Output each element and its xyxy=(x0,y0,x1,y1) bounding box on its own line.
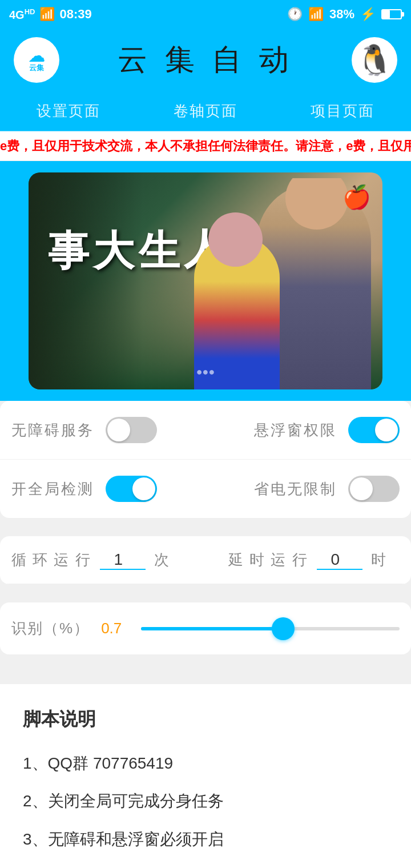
recognition-fill xyxy=(141,627,283,630)
power-save-label: 省电无限制 xyxy=(254,479,337,499)
delay-input[interactable] xyxy=(317,550,362,570)
marquee-bar: e费，且仅用于技术交流，本人不承担任何法律责任。请注意，e费，且仅用于技术交流，… xyxy=(0,131,411,161)
toggle-row-1: 无障碍服务 悬浮窗权限 xyxy=(0,401,411,460)
slide-indicator: ●●● xyxy=(196,366,215,378)
loop-label: 循 环 运 行 xyxy=(11,550,91,570)
slider-section: 识别（%） 0.7 xyxy=(0,602,411,654)
status-bar: 4GHD 📶 08:39 🕐 📶 38% ⚡ xyxy=(0,0,411,29)
desc-title: 脚本说明 xyxy=(23,707,388,732)
signal-bars-icon: 📶 xyxy=(39,7,55,22)
app-header: ☁ 云集 云 集 自 动 🐧 xyxy=(0,29,411,91)
status-right: 🕐 📶 38% ⚡ xyxy=(287,7,402,22)
status-left: 4GHD 📶 08:39 xyxy=(9,7,92,22)
accessibility-switch[interactable] xyxy=(106,417,157,443)
delay-unit: 时 xyxy=(371,550,386,570)
divider-2 xyxy=(0,593,411,602)
tab-scroll[interactable]: 卷轴页面 xyxy=(162,97,249,126)
marquee-text: e费，且仅用于技术交流，本人不承担任何法律责任。请注意，e费，且仅用于技术交流，… xyxy=(0,138,411,155)
accessibility-knob xyxy=(107,419,130,441)
accessibility-label: 无障碍服务 xyxy=(11,420,94,440)
recognition-track[interactable] xyxy=(141,627,400,630)
user-avatar[interactable]: 🐧 xyxy=(352,37,397,83)
recognition-label: 识别（%） xyxy=(11,618,90,638)
floating-label: 悬浮窗权限 xyxy=(254,420,337,440)
app-logo: ☁ 云集 xyxy=(14,37,59,83)
global-detect-group: 开全局检测 xyxy=(11,476,157,502)
page-title: 云 集 自 动 xyxy=(118,40,293,80)
logo-text: 云集 xyxy=(29,63,44,73)
battery-icon xyxy=(381,9,402,19)
banner-image: 人生大事 🍎 ●●● xyxy=(29,172,382,389)
loop-input-group: 循 环 运 行 次 xyxy=(11,550,183,570)
power-save-switch[interactable] xyxy=(348,476,400,502)
loop-delay-row: 循 环 运 行 次 延 时 运 行 时 xyxy=(0,536,411,584)
time-display: 08:39 xyxy=(59,7,91,22)
recognition-thumb[interactable] xyxy=(272,617,295,640)
description-section: 脚本说明 1、QQ群 707765419 2、关闭全局可完成分身任务 3、无障碍… xyxy=(0,684,411,868)
desc-item-3: 4、安卓7以下不支持，请自行卸载 xyxy=(23,863,388,868)
signal-text: 4GHD xyxy=(9,7,35,22)
nav-tabs: 设置页面 卷轴页面 项目页面 xyxy=(0,91,411,131)
divider-1 xyxy=(0,527,411,536)
tab-settings[interactable]: 设置页面 xyxy=(25,97,112,126)
global-detect-label: 开全局检测 xyxy=(11,479,94,499)
delay-input-group: 延 时 运 行 时 xyxy=(228,550,400,570)
power-save-knob xyxy=(350,477,373,500)
power-save-group: 省电无限制 xyxy=(254,476,400,502)
toggle-row-2: 开全局检测 省电无限制 xyxy=(0,460,411,518)
desc-item-2: 3、无障碍和悬浮窗必须开启 xyxy=(23,825,388,854)
global-detect-knob xyxy=(132,477,155,500)
delay-label: 延 时 运 行 xyxy=(228,550,308,570)
loop-input[interactable] xyxy=(100,550,146,570)
wifi-icon: 📶 xyxy=(308,7,324,22)
qq-icon: 🐧 xyxy=(356,43,393,78)
recognition-slider-row: 识别（%） 0.7 xyxy=(0,602,411,654)
banner-container: 人生大事 🍎 ●●● xyxy=(0,161,411,401)
inputs-section: 循 环 运 行 次 延 时 运 行 时 xyxy=(0,536,411,584)
tab-project[interactable]: 项目页面 xyxy=(299,97,386,126)
accessibility-toggle-group: 无障碍服务 xyxy=(11,417,157,443)
fruit-decoration: 🍎 xyxy=(342,184,371,211)
toggles-section: 无障碍服务 悬浮窗权限 开全局检测 省电无限制 xyxy=(0,401,411,518)
desc-item-1: 2、关闭全局可完成分身任务 xyxy=(23,787,388,815)
recognition-value: 0.7 xyxy=(101,620,130,637)
alarm-icon: 🕐 xyxy=(287,7,303,22)
loop-unit: 次 xyxy=(154,550,169,570)
battery-percent: 38% xyxy=(329,7,354,22)
floating-toggle-group: 悬浮窗权限 xyxy=(254,417,400,443)
floating-switch[interactable] xyxy=(348,417,400,443)
charging-icon: ⚡ xyxy=(360,7,376,22)
desc-item-0: 1、QQ群 707765419 xyxy=(23,749,388,778)
global-detect-switch[interactable] xyxy=(106,476,157,502)
divider-3 xyxy=(0,664,411,673)
floating-knob xyxy=(375,419,398,441)
